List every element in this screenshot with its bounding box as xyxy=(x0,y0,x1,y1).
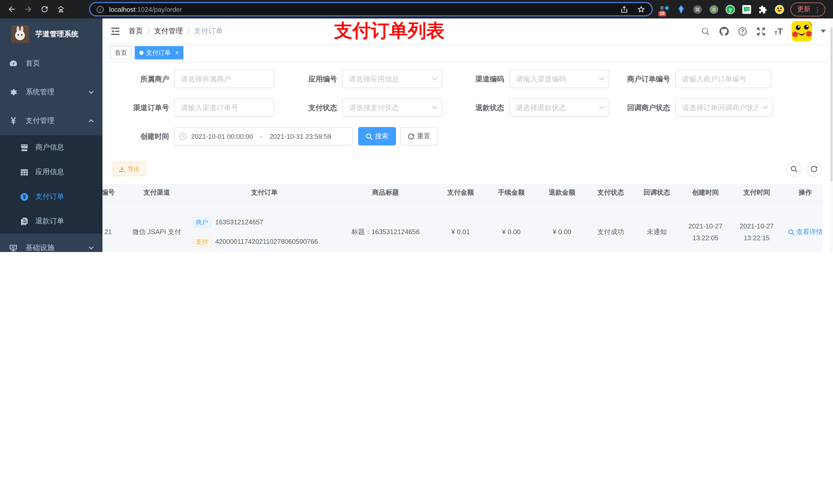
merchant-select[interactable] xyxy=(174,70,274,88)
extension-command-icon[interactable]: ⌘ xyxy=(693,4,703,14)
extension-gem-icon[interactable] xyxy=(676,4,686,14)
extension-blocks-icon[interactable]: 10 xyxy=(660,4,670,14)
forward-icon[interactable] xyxy=(24,5,33,14)
update-button[interactable]: 更新 ⋮ xyxy=(790,2,825,16)
col-header: 编号 xyxy=(102,187,126,198)
filter-label: 支付状态 xyxy=(286,98,337,117)
sidebar-toggle-icon[interactable] xyxy=(110,26,120,37)
screen: localhost:1024/pay/order 10 ⌘ xyxy=(0,0,833,252)
font-size-icon[interactable]: TT xyxy=(774,27,783,35)
app-select[interactable] xyxy=(342,70,442,88)
search-icon[interactable] xyxy=(700,26,710,36)
breadcrumb-pay[interactable]: 支付管理 xyxy=(154,27,183,36)
browser-toolbar: localhost:1024/pay/order 10 ⌘ xyxy=(0,0,833,19)
svg-text:⌘: ⌘ xyxy=(695,6,700,13)
extension-y-icon[interactable]: y xyxy=(725,4,735,14)
filter-row-1: 所属商户 应用编号 渠道编码 商户订单编号 xyxy=(113,70,823,88)
filter-row-2: 渠道订单号 支付状态 退款状态 回调商户状态 xyxy=(113,98,823,117)
sidebar-item-label: 退款订单 xyxy=(35,217,64,226)
extensions-puzzle-icon[interactable] xyxy=(758,4,768,14)
sidebar-item-system[interactable]: 系统管理 xyxy=(0,78,102,106)
create-time-cell: 2021-10-2713:22:05 xyxy=(680,201,731,252)
share-icon[interactable] xyxy=(620,5,628,14)
col-header: 手续金额 xyxy=(486,187,537,198)
range-start: 2021-10-01 00:00:00 xyxy=(191,133,253,140)
close-tab-icon[interactable]: × xyxy=(175,50,179,56)
browser-menu-dots-icon[interactable]: ⋮ xyxy=(814,6,821,13)
sidebar-item-infra[interactable]: 基础设施 xyxy=(0,234,102,252)
pay-order-cell: 商户 1635312124657 支付 42000011742021102780… xyxy=(188,201,336,252)
range-separator: - xyxy=(257,133,265,140)
site-info-icon[interactable] xyxy=(96,5,104,13)
app-logo xyxy=(11,25,29,43)
pay-status-select[interactable] xyxy=(342,98,442,117)
fullscreen-icon[interactable] xyxy=(756,26,766,36)
navbar: 首页 / 支付管理 / 支付订单 支付订单列表 TT xyxy=(102,19,833,44)
github-icon[interactable] xyxy=(719,26,729,36)
sidebar-item-merchant-info[interactable]: 商户信息 xyxy=(0,135,102,160)
table-header-row: 编号 支付渠道 支付订单 商品标题 支付金额 手续金额 退款金额 支付状态 回调… xyxy=(102,184,823,201)
sidebar-item-label: 应用信息 xyxy=(35,167,64,177)
col-header: 退款金额 xyxy=(537,187,588,198)
refund-status-select[interactable] xyxy=(509,98,609,117)
page-body: 所属商户 应用编号 渠道编码 商户订单编号 渠道订单号 支付状 xyxy=(102,62,833,252)
filter-label: 退款状态 xyxy=(453,98,504,117)
sidebar-item-label: 商户信息 xyxy=(35,143,64,152)
search-icon xyxy=(788,229,794,235)
breadcrumb-home[interactable]: 首页 xyxy=(128,27,143,36)
sidebar-item-label: 支付管理 xyxy=(26,116,54,125)
filter-label: 所属商户 xyxy=(113,70,169,88)
reset-button[interactable]: 重置 xyxy=(400,127,438,145)
export-button[interactable]: 导出 xyxy=(113,162,146,176)
search-button[interactable]: 搜索 xyxy=(358,127,396,145)
sidebar: 芋道管理系统 首页 系统管理 支付管理 商户信息 应用信息 xyxy=(0,19,102,252)
sidebar-item-app-info[interactable]: 应用信息 xyxy=(0,160,102,184)
refund-amount: ¥ 0.00 xyxy=(537,201,588,252)
address-bar[interactable]: localhost:1024/pay/order xyxy=(89,2,653,16)
table-body: 21 微信 JSAPI 支付 商户 1635312124657 支付 42000… xyxy=(102,201,823,252)
merchant-order-no-input[interactable] xyxy=(675,70,771,88)
extension-dot-icon[interactable] xyxy=(709,4,719,14)
search-icon xyxy=(366,133,373,140)
yen-circle-icon xyxy=(20,192,29,201)
home-icon[interactable] xyxy=(56,5,66,14)
navbar-actions: TT xyxy=(700,19,826,44)
notify-status-select[interactable] xyxy=(675,98,772,117)
view-detail-link[interactable]: 查看详情 xyxy=(788,226,823,238)
reload-icon[interactable] xyxy=(40,5,49,14)
sidebar-item-home[interactable]: 首页 xyxy=(0,49,102,78)
col-header: 回调状态 xyxy=(634,187,680,198)
channel-code-select[interactable] xyxy=(509,70,609,88)
filter-label: 渠道订单号 xyxy=(113,98,169,117)
channel-order-no-input[interactable] xyxy=(174,98,274,117)
avatar-caret-icon[interactable] xyxy=(821,30,826,33)
sidebar-item-label: 首页 xyxy=(26,59,40,68)
create-time-range-picker[interactable]: 2021-10-01 00:00:00 - 2021-10-31 23:59:5… xyxy=(174,127,353,145)
sidebar-item-label: 基础设施 xyxy=(26,243,54,252)
extension-chat-icon[interactable] xyxy=(742,4,752,14)
tab-pay-order[interactable]: 支付订单 × xyxy=(135,46,184,59)
filter-label: 回调商户状态 xyxy=(603,98,670,117)
chevron-down-icon xyxy=(89,90,94,94)
app-logo-row[interactable]: 芋道管理系统 xyxy=(0,19,102,49)
page-annotation: 支付订单列表 xyxy=(334,21,445,41)
pay-channel: 微信 JSAPI 支付 xyxy=(126,201,188,252)
table-row: 21 微信 JSAPI 支付 商户 1635312124657 支付 42000… xyxy=(102,201,823,252)
sidebar-item-refund-order[interactable]: 退款订单 xyxy=(0,209,102,234)
scrollbar-thumb[interactable] xyxy=(830,28,832,181)
grid-table-icon xyxy=(20,168,29,176)
bookmark-star-icon[interactable] xyxy=(637,5,645,14)
toggle-search-button[interactable] xyxy=(786,161,802,177)
chevron-down-icon xyxy=(89,246,94,250)
filter-row-3: 创建时间 2021-10-01 00:00:00 - 2021-10-31 23… xyxy=(113,127,823,145)
yen-icon xyxy=(9,117,18,125)
tab-home[interactable]: 首页 xyxy=(110,46,132,59)
back-icon[interactable] xyxy=(7,5,16,14)
refresh-icon xyxy=(408,133,414,140)
refresh-table-button[interactable] xyxy=(806,161,822,177)
avatar[interactable] xyxy=(791,21,812,42)
help-icon[interactable] xyxy=(737,26,747,36)
extension-emoji-icon[interactable] xyxy=(775,4,784,14)
sidebar-item-pay-order[interactable]: 支付订单 xyxy=(0,184,102,209)
sidebar-item-pay[interactable]: 支付管理 xyxy=(0,106,102,135)
